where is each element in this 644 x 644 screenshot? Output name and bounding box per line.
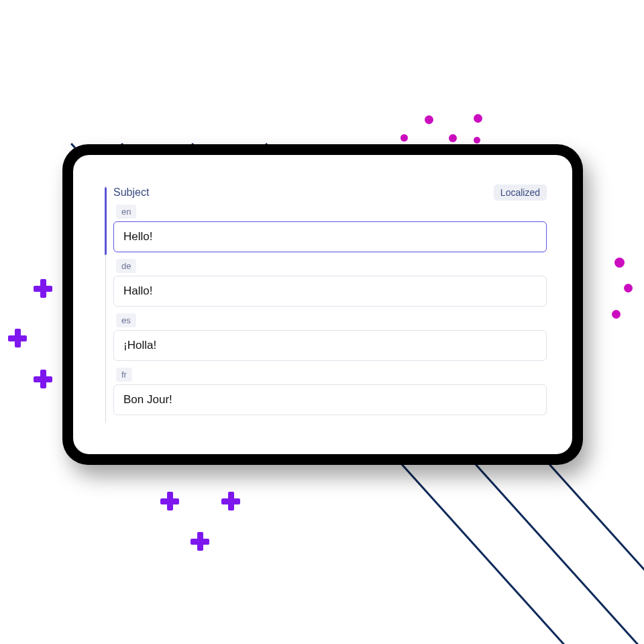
decoration-plus-icon: [160, 492, 179, 511]
decoration-plus-icon: [34, 370, 52, 388]
locale-tag: de: [116, 259, 136, 273]
subject-panel: Subject Localized en de es fr: [105, 184, 547, 415]
panel-title: Subject: [113, 186, 149, 199]
decoration-line: [547, 462, 644, 644]
decoration-dot: [425, 115, 433, 124]
app-screen: Subject Localized en de es fr: [73, 155, 572, 454]
locale-tag: fr: [116, 368, 132, 382]
locale-field-de: de: [113, 259, 547, 307]
decoration-plus-icon: [221, 492, 240, 511]
decoration-dot: [612, 310, 621, 319]
decoration-plus-icon: [34, 279, 52, 298]
decoration-dot: [474, 137, 480, 144]
subject-input-fr[interactable]: [113, 384, 547, 415]
decoration-plus-icon: [191, 532, 209, 551]
locale-tag: en: [116, 205, 136, 219]
decoration-plus-icon: [8, 329, 27, 347]
subject-input-en[interactable]: [113, 221, 547, 252]
locale-field-es: es: [113, 313, 547, 361]
locale-tag: es: [116, 313, 136, 327]
decoration-dot: [614, 258, 625, 268]
subject-input-es[interactable]: [113, 330, 547, 361]
tablet-frame: Subject Localized en de es fr: [62, 144, 583, 465]
decoration-dot: [624, 284, 633, 292]
locale-field-en: en: [113, 205, 547, 252]
decoration-dot: [449, 134, 457, 142]
subject-input-de[interactable]: [113, 276, 547, 307]
decoration-dot: [474, 114, 482, 123]
localized-badge: Localized: [494, 184, 547, 201]
locale-field-fr: fr: [113, 368, 547, 415]
decoration-line: [399, 462, 576, 644]
decoration-line: [473, 462, 644, 644]
decoration-dot: [400, 134, 408, 142]
panel-header: Subject Localized: [113, 184, 547, 201]
